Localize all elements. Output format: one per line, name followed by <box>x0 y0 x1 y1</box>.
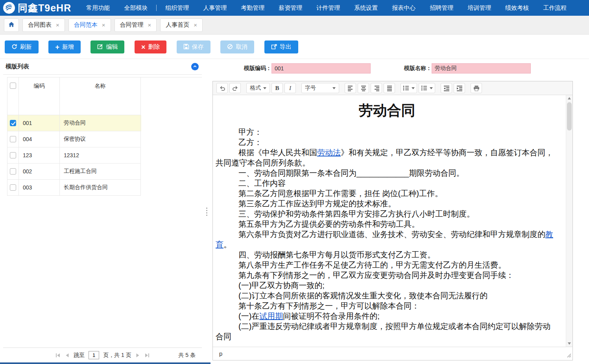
tab-item[interactable]: 合同范本× <box>68 18 111 32</box>
tab-item[interactable]: 合同管理× <box>114 18 157 32</box>
editor-scrollbar[interactable] <box>566 95 572 347</box>
home-icon <box>8 21 15 29</box>
action-toolbar: 刷新 + 新增 编辑 × 删除 保存 <box>0 35 589 59</box>
document-paragraph: 第十条乙方有下列情形之一，甲方可以解除本合同： <box>216 301 558 311</box>
italic-button[interactable]: I <box>284 83 296 93</box>
nav-item[interactable]: 薪资管理 <box>271 4 309 12</box>
document-text: 间被证明不符合录用条件的; <box>283 312 380 320</box>
column-header-code: 编码 <box>19 77 60 115</box>
select-all-checkbox[interactable] <box>10 83 16 89</box>
indent-button[interactable] <box>454 83 465 93</box>
first-page-button[interactable] <box>55 353 61 358</box>
edit-button[interactable]: 编辑 <box>90 40 124 53</box>
font-size-dropdown[interactable]: 字号 <box>301 83 339 93</box>
delete-button[interactable]: × 删除 <box>135 40 167 53</box>
print-button[interactable] <box>471 83 482 93</box>
splitter-handle-icon <box>206 208 207 216</box>
align-right-icon <box>374 85 379 91</box>
document-paragraph: 乙方： <box>216 137 558 147</box>
align-left-button[interactable] <box>345 83 356 93</box>
scroll-down-icon[interactable] <box>566 340 572 347</box>
editor-content[interactable]: 劳动合同 甲方：乙方：根据《中华人民共和国劳动法》和有关规定，甲乙双方经平等协商… <box>213 95 572 347</box>
refresh-button[interactable]: 刷新 <box>5 40 39 53</box>
nav-item[interactable]: 培训管理 <box>460 4 498 12</box>
table-row[interactable]: 001劳动合同 <box>7 115 141 131</box>
select-all-cell <box>7 77 19 115</box>
next-page-button[interactable] <box>135 353 140 358</box>
document-text: 乙方： <box>238 138 262 147</box>
logo[interactable]: 同鑫T9eHR <box>0 2 75 15</box>
nav-item[interactable]: 常用功能 <box>79 4 117 12</box>
tab-item[interactable]: 合同图表× <box>22 18 65 32</box>
outdent-button[interactable] <box>441 83 452 93</box>
undo-button[interactable] <box>216 83 228 93</box>
nav-item[interactable]: 系统设置 <box>347 4 385 12</box>
nav-item[interactable]: 人事管理 <box>196 4 234 12</box>
tab-item[interactable]: 人事首页× <box>160 18 203 32</box>
cell-name: 长期合作供货合同 <box>60 180 141 196</box>
plus-icon: + <box>55 44 59 51</box>
print-icon <box>473 85 480 91</box>
save-button[interactable]: 保存 <box>177 40 210 53</box>
nav-item[interactable]: 考勤管理 <box>234 4 271 12</box>
nav-item[interactable]: 报表中心 <box>385 4 423 12</box>
nav-item[interactable]: 绩效考核 <box>498 4 536 12</box>
last-page-button[interactable] <box>144 353 150 358</box>
template-form: 模版编码： 模版名称： <box>211 63 589 74</box>
pagination-bar: 跳至 页，共 1 页 共 5 条 <box>3 347 202 362</box>
export-label: 导出 <box>280 43 292 51</box>
jump-label: 跳至 <box>74 352 85 359</box>
align-center-button[interactable] <box>358 83 369 93</box>
row-checkbox[interactable] <box>10 168 16 175</box>
table-row[interactable]: 12312312 <box>7 147 141 164</box>
refresh-icon <box>11 44 17 51</box>
row-checkbox[interactable] <box>10 184 16 191</box>
bullet-list-button[interactable] <box>401 83 417 93</box>
nav-item[interactable]: 招聘管理 <box>423 4 460 12</box>
row-checkbox[interactable] <box>10 152 16 158</box>
row-checkbox[interactable] <box>10 120 16 126</box>
prev-page-button[interactable] <box>65 353 70 358</box>
nav-item[interactable]: 组织管理 <box>158 4 196 12</box>
panel-splitter[interactable] <box>202 59 211 364</box>
document-link[interactable]: 劳动法 <box>317 148 341 157</box>
tab-close-icon[interactable]: × <box>194 22 197 28</box>
home-tab[interactable] <box>4 18 19 32</box>
nav-item[interactable]: 计件管理 <box>309 4 347 12</box>
numbered-list-button[interactable] <box>419 83 435 93</box>
format-label: 格式 <box>250 85 261 92</box>
document-text: 第八条甲方生产工作任务不足使乙方待工的，甲方无需支付乙方的月生活费。 <box>238 261 506 269</box>
scroll-up-icon[interactable] <box>566 95 572 101</box>
export-button[interactable]: 导出 <box>264 40 298 53</box>
table-row[interactable]: 003长期合作供货合同 <box>7 180 141 196</box>
row-checkbox[interactable] <box>10 136 16 142</box>
scrollbar-thumb[interactable] <box>567 102 572 131</box>
table-row[interactable]: 002工程施工合同 <box>7 164 141 180</box>
table-row[interactable]: 004保密协议 <box>7 131 141 147</box>
collapse-panel-button[interactable] <box>191 63 199 70</box>
nav-item[interactable]: 工作流程 <box>536 4 574 12</box>
document-link[interactable]: 试用期 <box>259 312 283 320</box>
page-number-input[interactable] <box>89 351 99 359</box>
bold-button[interactable]: B <box>271 83 283 93</box>
add-button[interactable]: + 新增 <box>48 40 81 53</box>
cancel-button[interactable]: 取消 <box>220 40 254 53</box>
cancel-label: 取消 <box>236 43 247 51</box>
tab-close-icon[interactable]: × <box>148 22 151 28</box>
tab-close-icon[interactable]: × <box>102 22 105 28</box>
document-paragraph: 第五条甲方为乙方提供必要的劳动条件和劳动工具。 <box>216 219 558 229</box>
tab-close-icon[interactable]: × <box>56 22 59 28</box>
tab-label: 合同图表 <box>28 21 52 29</box>
align-right-button[interactable] <box>371 83 382 93</box>
redo-button[interactable] <box>229 83 241 93</box>
template-name-input[interactable] <box>432 63 531 74</box>
cell-name: 12312 <box>60 147 141 164</box>
nav-item[interactable]: 全部模块 <box>117 4 155 12</box>
undo-icon <box>219 85 225 91</box>
document-text: (一)甲乙双方协商一致的; <box>238 281 325 290</box>
align-justify-button[interactable] <box>384 83 395 93</box>
resize-grip-icon[interactable] <box>566 353 572 359</box>
format-dropdown[interactable]: 格式 <box>246 83 270 93</box>
template-code-input[interactable] <box>271 63 371 74</box>
row-checkbox-cell <box>7 180 19 196</box>
